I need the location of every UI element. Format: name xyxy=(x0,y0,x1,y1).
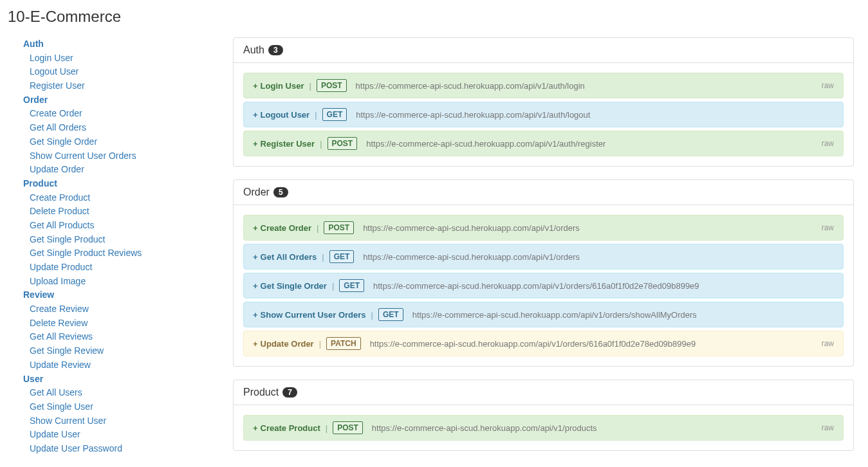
raw-link[interactable]: raw xyxy=(822,339,834,348)
api-section-panel: Auth3+Login User|POSThttps://e-commerce-… xyxy=(233,37,854,167)
nav-item[interactable]: Get All Reviews xyxy=(23,330,233,344)
nav-item[interactable]: Create Product xyxy=(23,191,233,205)
method-badge: POST xyxy=(324,221,354,234)
section-title: Auth xyxy=(243,44,264,56)
nav-group-title[interactable]: Product xyxy=(23,177,233,191)
endpoint-url: https://e-commerce-api-scud.herokuapp.co… xyxy=(363,223,580,233)
nav-item[interactable]: Get Single Order xyxy=(23,135,233,149)
nav-item[interactable]: Get All Orders xyxy=(23,121,233,135)
separator: | xyxy=(322,252,324,262)
method-badge: GET xyxy=(322,108,347,121)
expand-icon[interactable]: + xyxy=(253,281,258,291)
nav-item[interactable]: Login User xyxy=(23,51,233,66)
nav-item[interactable]: Get All Users xyxy=(23,386,233,400)
endpoint-row[interactable]: +Show Current User Orders|GEThttps://e-c… xyxy=(243,302,844,327)
page-title: 10-E-Commerce xyxy=(8,8,860,26)
count-badge: 3 xyxy=(268,45,283,55)
nav-item[interactable]: Show Current User xyxy=(23,414,233,428)
endpoint-name[interactable]: Create Order xyxy=(261,223,311,233)
nav-item[interactable]: Update Review xyxy=(23,358,233,372)
endpoint-name[interactable]: Get Single Order xyxy=(261,281,327,291)
separator: | xyxy=(309,81,311,91)
endpoint-name[interactable]: Update Order xyxy=(261,339,314,349)
endpoint-row[interactable]: +Get Single Order|GEThttps://e-commerce-… xyxy=(243,273,844,298)
nav-item[interactable]: Logout User xyxy=(23,65,233,79)
nav-item[interactable]: Get Single Product xyxy=(23,233,233,247)
panel-body: +Login User|POSThttps://e-commerce-api-s… xyxy=(234,63,853,166)
nav-item[interactable]: Delete Product xyxy=(23,205,233,219)
nav-item[interactable]: Update User xyxy=(23,428,233,442)
endpoint-url: https://e-commerce-api-scud.herokuapp.co… xyxy=(370,339,696,349)
endpoint-url: https://e-commerce-api-scud.herokuapp.co… xyxy=(412,310,697,320)
expand-icon[interactable]: + xyxy=(253,310,258,320)
expand-icon[interactable]: + xyxy=(253,252,258,262)
endpoint-url: https://e-commerce-api-scud.herokuapp.co… xyxy=(373,281,699,291)
separator: | xyxy=(315,110,317,120)
endpoint-url: https://e-commerce-api-scud.herokuapp.co… xyxy=(372,423,597,433)
nav-item[interactable]: Upload Image xyxy=(23,275,233,289)
section-title: Product xyxy=(243,387,279,398)
endpoint-row[interactable]: +Create Order|POSThttps://e-commerce-api… xyxy=(243,215,844,241)
api-section-panel: Product7+Create Product|POSThttps://e-co… xyxy=(233,380,854,451)
nav-item[interactable]: Get Single Product Reviews xyxy=(23,246,233,261)
endpoint-name[interactable]: Show Current User Orders xyxy=(261,310,366,320)
expand-icon[interactable]: + xyxy=(253,81,258,91)
method-badge: POST xyxy=(328,137,358,150)
panel-body: +Create Product|POSThttps://e-commerce-a… xyxy=(234,405,853,450)
raw-link[interactable]: raw xyxy=(822,81,834,90)
endpoint-url: https://e-commerce-api-scud.herokuapp.co… xyxy=(356,81,585,91)
raw-link[interactable]: raw xyxy=(822,423,834,432)
separator: | xyxy=(332,281,334,291)
expand-icon[interactable]: + xyxy=(253,339,258,349)
nav-group-title[interactable]: Review xyxy=(23,288,233,302)
nav-group-title[interactable]: Auth xyxy=(23,37,233,51)
endpoint-row[interactable]: +Update Order|PATCHhttps://e-commerce-ap… xyxy=(243,331,844,356)
nav-item[interactable]: Get Single Review xyxy=(23,344,233,358)
nav-group-title[interactable]: Order xyxy=(23,93,233,107)
separator: | xyxy=(371,310,373,320)
count-badge: 7 xyxy=(282,387,297,398)
nav-item[interactable]: Update User Password xyxy=(23,442,233,456)
nav-item[interactable]: Get Single User xyxy=(23,400,233,414)
nav-item[interactable]: Update Product xyxy=(23,261,233,275)
endpoint-name[interactable]: Get All Orders xyxy=(261,252,317,262)
endpoint-name[interactable]: Login User xyxy=(261,81,304,91)
endpoint-row[interactable]: +Logout User|GEThttps://e-commerce-api-s… xyxy=(243,102,844,127)
raw-link[interactable]: raw xyxy=(822,139,834,148)
method-badge: GET xyxy=(339,279,364,292)
nav-item[interactable]: Create Order xyxy=(23,107,233,121)
count-badge: 5 xyxy=(273,187,288,197)
expand-icon[interactable]: + xyxy=(253,110,258,120)
endpoint-row[interactable]: +Get All Orders|GEThttps://e-commerce-ap… xyxy=(243,244,844,270)
expand-icon[interactable]: + xyxy=(253,139,258,149)
raw-link[interactable]: raw xyxy=(822,223,834,232)
section-title: Order xyxy=(243,187,270,198)
expand-icon[interactable]: + xyxy=(253,223,258,233)
separator: | xyxy=(317,223,319,233)
panel-heading[interactable]: Order5 xyxy=(234,180,853,205)
nav-item[interactable]: Get All Products xyxy=(23,219,233,233)
panel-heading[interactable]: Product7 xyxy=(234,380,853,405)
nav-item[interactable]: Show Current User Orders xyxy=(23,149,233,163)
endpoint-name[interactable]: Logout User xyxy=(261,110,310,120)
nav-item[interactable]: Delete Review xyxy=(23,316,233,331)
separator: | xyxy=(320,139,322,149)
method-badge: GET xyxy=(378,308,403,321)
separator: | xyxy=(326,423,328,433)
expand-icon[interactable]: + xyxy=(253,423,258,433)
nav-item[interactable]: Update Order xyxy=(23,163,233,177)
method-badge: PATCH xyxy=(326,337,361,350)
nav-group-title[interactable]: User xyxy=(23,372,233,387)
endpoint-name[interactable]: Register User xyxy=(261,139,315,149)
nav-item[interactable]: Register User xyxy=(23,79,233,93)
endpoint-name[interactable]: Create Product xyxy=(261,423,320,433)
endpoint-url: https://e-commerce-api-scud.herokuapp.co… xyxy=(366,139,605,149)
method-badge: POST xyxy=(317,79,347,92)
panel-heading[interactable]: Auth3 xyxy=(234,38,853,63)
endpoint-row[interactable]: +Create Product|POSThttps://e-commerce-a… xyxy=(243,415,844,441)
endpoint-row[interactable]: +Login User|POSThttps://e-commerce-api-s… xyxy=(243,73,844,98)
api-section-panel: Order5+Create Order|POSThttps://e-commer… xyxy=(233,179,854,367)
endpoint-row[interactable]: +Register User|POSThttps://e-commerce-ap… xyxy=(243,131,844,156)
nav-item[interactable]: Create Review xyxy=(23,302,233,316)
panel-body: +Create Order|POSThttps://e-commerce-api… xyxy=(234,205,853,366)
